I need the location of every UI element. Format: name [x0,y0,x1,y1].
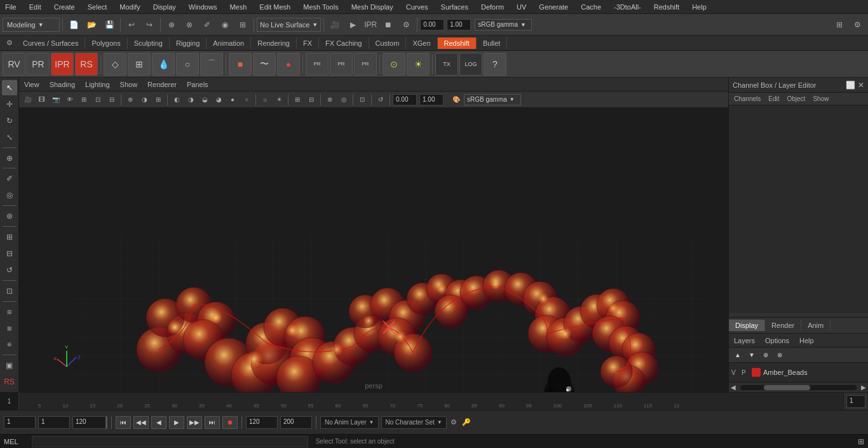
vp-menu-renderer[interactable]: Renderer [145,79,179,90]
vp-shade3-icon[interactable]: ◒ [198,93,211,106]
cmd-right-icon[interactable]: ⊞ [858,437,864,446]
vp-snap1-icon[interactable]: ⊞ [78,93,90,106]
scroll-track[interactable] [740,385,857,390]
vp-camera-icon[interactable]: 🎥 [22,93,34,106]
vp-light2-icon[interactable]: ☀ [273,93,285,106]
timeline-ruler[interactable]: 5 10 15 20 25 30 35 40 45 50 55 60 65 70… [19,393,843,410]
btn-goto-end[interactable]: ⏭ [205,416,220,429]
menu-3dtoall[interactable]: -3DtoAll- [611,2,644,12]
vp-snap2-icon[interactable]: ⊡ [92,93,104,106]
layer-icon-3[interactable]: ⊕ [759,350,772,361]
paint-icon[interactable]: ✐ [199,17,215,33]
layer-row-amber[interactable]: V P Amber_Beads [729,365,868,379]
vp-snap3-icon[interactable]: ⊟ [105,93,118,106]
vp-light1-icon[interactable]: ☼ [259,93,271,106]
shelf-drop-icon[interactable]: 💧 [152,53,175,76]
tab-edit[interactable]: Edit [766,94,782,104]
vp-grid1-icon[interactable]: ⊞ [291,93,304,106]
redo-icon[interactable]: ↪ [141,17,158,33]
snap-point-icon[interactable]: ⊞ [234,17,251,33]
layers-menu[interactable]: Layers [731,336,757,346]
end-frame-right-input[interactable]: 120 [246,416,278,429]
vp-camera-val[interactable]: 0.00 [393,94,417,105]
layer-tab-render[interactable]: Render [765,320,801,331]
vp-shade1-icon[interactable]: ◐ [170,93,183,106]
vp-cam2-icon[interactable]: 📷 [50,93,62,106]
command-input[interactable] [32,436,308,447]
layer-tab-display[interactable]: Display [729,320,765,331]
vp-anim-icon[interactable]: ↺ [374,93,387,106]
render-region-icon[interactable]: ▣ [2,358,17,373]
help-menu[interactable]: Help [797,336,817,346]
menu-deform[interactable]: Deform [478,2,506,12]
shelf-tab-polygons[interactable]: Polygons [85,37,127,49]
anim-layer-dropdown[interactable]: No Anim Layer ▼ [320,416,379,429]
shelf-sun-icon[interactable]: ☀ [407,53,430,76]
cmd-lang-label[interactable]: MEL [4,438,29,445]
menu-cache[interactable]: Cache [578,2,604,12]
settings-icon[interactable]: ⚙ [849,17,865,33]
layer-playback[interactable]: P [742,369,749,376]
vp-wire-icon[interactable]: ⊞ [152,93,165,106]
shelf-pr3-icon[interactable]: PR [354,53,377,76]
vp-shade6-icon[interactable]: ○ [240,93,253,106]
vp-color-icon[interactable]: 🎨 [450,93,463,106]
orbit-icon[interactable]: ↺ [2,262,17,278]
layer-icon-2[interactable]: ▼ [745,350,758,361]
render-settings-icon[interactable]: ⚙ [398,17,414,33]
single-view-icon[interactable]: ⊠ [2,321,17,336]
shelf-help-icon[interactable]: ? [484,53,506,76]
shelf-pr2-icon[interactable]: PR [330,53,353,76]
options-menu[interactable]: Options [763,336,792,346]
menu-create[interactable]: Create [51,2,78,12]
tab-object[interactable]: Object [785,94,808,104]
menu-mesh-display[interactable]: Mesh Display [349,2,396,12]
vp-grid2-icon[interactable]: ⊟ [305,93,318,106]
vp-gamma-val[interactable]: 1.00 [419,94,444,105]
show-manip-icon[interactable]: ⊛ [2,208,17,224]
menu-edit-mesh[interactable]: Edit Mesh [257,2,293,12]
layer-color-swatch[interactable] [752,368,761,377]
dolly-icon[interactable]: ⊟ [2,246,17,261]
grid-icon[interactable]: ⊞ [831,17,848,33]
scale-tool-icon[interactable]: ⤡ [2,130,17,145]
menu-redshift[interactable]: Redshift [651,2,682,12]
redshift-icon[interactable]: RS [2,374,17,390]
shelf-tab-fx[interactable]: FX [297,37,319,49]
menu-curves[interactable]: Curves [403,2,431,12]
camera-icon[interactable]: 🎥 [327,17,343,33]
btn-play-forward[interactable]: ▶ [169,416,184,429]
shelf-tab-redshift[interactable]: Redshift [438,37,477,49]
shelf-log-icon[interactable]: LOG [459,53,482,76]
btn-step-back[interactable]: ◀◀ [133,416,149,429]
shelf-rs3-icon[interactable]: RS [75,53,98,76]
vp-scene[interactable]: Z X Y persp [19,108,728,392]
shelf-diamond-icon[interactable]: ◇ [104,53,126,76]
undo-icon[interactable]: ↩ [123,17,140,33]
end-frame-left-input[interactable]: 120 [72,416,107,429]
shelf-ipr1-icon[interactable]: PR [27,53,50,76]
open-icon[interactable]: 📂 [83,17,100,33]
shelf-tab-bullet[interactable]: Bullet [477,37,508,49]
timeline-right-frame[interactable]: 1 [846,395,865,408]
save-icon[interactable]: 💾 [101,17,118,33]
shelf-tab-custom[interactable]: Custom [369,37,407,49]
shelf-settings-icon[interactable]: ⚙ [3,36,17,50]
shelf-tex-icon[interactable]: TX [435,53,458,76]
layer-icon-1[interactable]: ▲ [731,350,744,361]
shelf-wave-icon[interactable]: 〜 [253,53,276,76]
select-icon[interactable]: ⊕ [163,17,180,33]
rp-close-btn[interactable]: ✕ [858,81,864,90]
shelf-ipr2-icon[interactable]: IPR [51,53,74,76]
vp-shade4-icon[interactable]: ◕ [212,93,225,106]
btn-play-back[interactable]: ◀ [151,416,166,429]
rp-minimize-btn[interactable]: ⬜ [846,81,855,90]
vp-menu-lighting[interactable]: Lighting [83,79,112,90]
shelf-tab-animation[interactable]: Animation [207,37,251,49]
shelf-bowl-icon[interactable]: ⊙ [383,53,405,76]
stop-render-icon[interactable]: ⏹ [380,17,397,33]
layer-tab-anim[interactable]: Anim [801,320,831,331]
track-icon[interactable]: ⊞ [2,229,17,245]
vp-menu-panels[interactable]: Panels [184,79,211,90]
max-frame-input[interactable]: 200 [280,416,312,429]
